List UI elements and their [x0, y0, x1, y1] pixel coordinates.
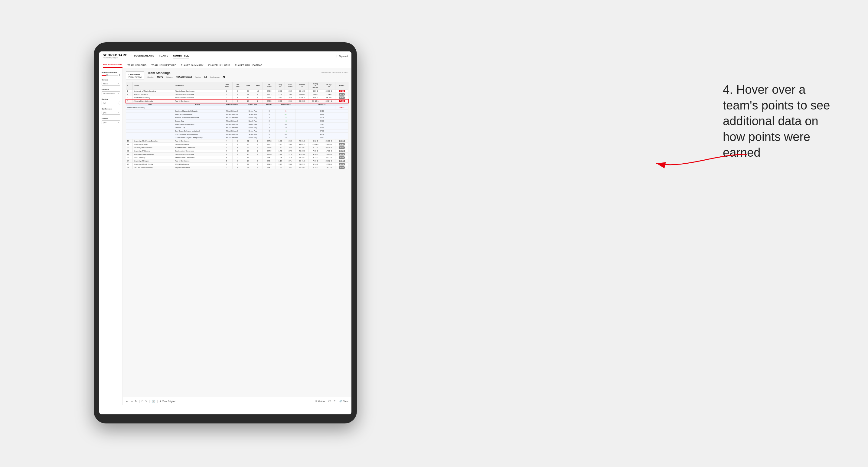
- gender-filter-value: Men's: [157, 76, 163, 78]
- standings-header: Team Standings Gender: Men's Division: N…: [147, 71, 225, 78]
- points-value-highlighted: 79.50: [339, 100, 345, 102]
- edit-button[interactable]: ✎: [145, 400, 148, 403]
- sidebar-division: Division NCAA Division I ▾: [102, 89, 120, 95]
- logo-area: SCOREBOARD Powered by clipp'd: [103, 54, 128, 59]
- range-bar[interactable]: [102, 75, 118, 75]
- nav-tournaments[interactable]: TOURNAMENTS: [134, 54, 154, 58]
- nav-links: TOURNAMENTS TEAMS COMMITTEE: [134, 54, 336, 58]
- col-points: Points: [335, 82, 348, 90]
- tab-player-h2h-heatmap[interactable]: PLAYER H2H HEATMAP: [235, 64, 262, 68]
- bottom-toolbar: ← → ↻ | □ ✎ | 🕐 | 👁 View: Original 👁 Wat…: [123, 397, 351, 405]
- copy-button[interactable]: □: [142, 400, 143, 403]
- points-value: 88.07: [339, 140, 345, 142]
- annotation-text: 4. Hover over a team's points to see add…: [723, 82, 838, 160]
- tab-team-summary[interactable]: TEAM SUMMARY: [103, 63, 123, 68]
- app-logo-sub: Powered by clipp'd: [103, 57, 128, 59]
- portal-subtitle: Portal Review: [128, 76, 142, 78]
- sidebar-gender: Gender Men's ▾: [102, 79, 120, 86]
- tooltip-row: Williams Cup NCAA Division I Stroke Play…: [126, 126, 348, 129]
- tooltip-row: 2023 Sahalee Players Championship NCAA D…: [126, 136, 348, 139]
- table-row: 21 University of Alabama Southeastern Co…: [126, 149, 348, 153]
- table-row: 24 University of Oregon Pac-12 Conferenc…: [126, 159, 348, 163]
- comment-button[interactable]: 💬: [329, 400, 331, 403]
- sidebar-region: Region N/A ▾: [102, 98, 120, 105]
- tooltip-row: Copper Cup NCAA Division I Match Play 2 …: [126, 120, 348, 123]
- forward-button[interactable]: →: [130, 400, 133, 403]
- filter-row: Gender: Men's Division: NCAA Division I …: [147, 76, 225, 78]
- col-school: School: [132, 82, 174, 90]
- refresh-button[interactable]: ↻: [135, 400, 137, 403]
- points-value: 88.49: [339, 146, 345, 149]
- col-rank: #: [126, 82, 133, 90]
- app-logo: SCOREBOARD: [103, 54, 128, 57]
- region-filter-value: All: [204, 76, 207, 78]
- points-value: 88.40: [339, 150, 345, 152]
- toolbar-left: ← → ↻ | □ ✎ | 🕐 | 👁 View: Original: [126, 400, 175, 403]
- back-button[interactable]: ←: [126, 400, 128, 403]
- col-low-score: LowScore: [285, 82, 296, 90]
- tooltip-row: OFCC Fighting Illini Invitational NCAA D…: [126, 133, 348, 136]
- tab-player-summary[interactable]: PLAYER SUMMARY: [181, 64, 204, 68]
- sidebar-school: School (All) ▾: [102, 118, 120, 124]
- col-vs-top-25: Vs Top25Record: [309, 82, 322, 90]
- tablet-screen: SCOREBOARD Powered by clipp'd TOURNAMENT…: [99, 52, 351, 414]
- tab-team-h2h-grid[interactable]: TEAM H2H GRID: [127, 64, 146, 68]
- tooltip-section-header: Team Event Event Division Event Type Rou…: [126, 103, 348, 106]
- nav-teams[interactable]: TEAMS: [159, 54, 168, 58]
- col-no-tour: NoTour: [232, 82, 243, 90]
- tab-player-h2h-grid[interactable]: PLAYER H2H GRID: [208, 64, 230, 68]
- chevron-down-icon: ▾: [118, 102, 119, 104]
- tooltip-row: Southern Highlands Collegiate NCAA Divis…: [126, 110, 348, 113]
- division-filter-label: Division:: [166, 76, 173, 78]
- sidebar-min-rounds: Minimum Rounds 5: [102, 71, 120, 76]
- tooltip-row: Amer Art Intercollegiate NCAA Division I…: [126, 113, 348, 116]
- region-select[interactable]: N/A ▾: [102, 101, 120, 105]
- toolbar-right: 👁 Watch ▾ 💬 ⛶ 🔗 Share: [315, 400, 348, 403]
- panel-header: Committee Portal Review Team Standings G…: [126, 71, 348, 80]
- portal-title-block: Committee Portal Review: [126, 71, 144, 80]
- col-vs-top-50: Vs Top50: [322, 82, 335, 90]
- points-value: 97.02: [339, 90, 345, 92]
- region-filter-label: Region:: [195, 76, 201, 78]
- col-wins: Wins: [253, 82, 262, 90]
- view-button[interactable]: 👁 View: Original: [159, 400, 175, 402]
- col-overall: Overall25: [296, 82, 309, 90]
- table-row: 25 University of North Florida ASUN Conf…: [126, 163, 348, 166]
- table-row: 2 Auburn University Southeastern Confere…: [126, 93, 348, 96]
- table-row-highlighted: 4 Arizona State University Pac-12 Confer…: [126, 99, 348, 103]
- watch-button[interactable]: 👁 Watch ▾: [315, 400, 326, 403]
- sidebar-conference: Conference (All) ▾: [102, 108, 120, 115]
- tooltip-row: Ben Hogan Collegiate Invitational NCAA D…: [126, 129, 348, 133]
- tooltip-row: Arizona State University 138.63: [126, 106, 348, 110]
- tab-team-h2h-heatmap[interactable]: TEAM H2H HEATMAP: [151, 64, 176, 68]
- table-row: 26 The Ohio State University Big Ten Con…: [126, 166, 348, 169]
- standings-table: # School Conference ConfRank NoTour Rnds…: [126, 82, 348, 169]
- table-row: 20 University of New Mexico Mountain Wes…: [126, 146, 348, 149]
- nav-committee[interactable]: COMMITTEE: [173, 54, 189, 58]
- points-value: 93.31: [339, 93, 345, 96]
- points-value: 88.81: [339, 153, 345, 155]
- points-value: 88.14: [339, 160, 345, 162]
- fullscreen-button[interactable]: ⛶: [334, 400, 336, 402]
- gender-filter-label: Gender:: [147, 76, 154, 78]
- school-select[interactable]: (All) ▾: [102, 120, 120, 124]
- gender-select[interactable]: Men's ▾: [102, 82, 120, 86]
- sub-nav: TEAM SUMMARY TEAM H2H GRID TEAM H2H HEAT…: [99, 61, 351, 68]
- separator2: |: [149, 400, 150, 403]
- chevron-down-icon: ▾: [118, 83, 119, 85]
- sign-out-button[interactable]: Sign out: [339, 55, 348, 58]
- division-select[interactable]: NCAA Division I ▾: [102, 91, 120, 95]
- col-rnds: Rnds: [243, 82, 253, 90]
- range-value: 5: [119, 74, 120, 76]
- portal-title: Committee: [128, 73, 142, 76]
- table-row: 19 University of Texas Big 12 Conference…: [126, 143, 348, 146]
- update-time: Update time: 13/03/2024 10:03:42: [321, 71, 348, 73]
- table-row: 1 University of North Carolina Atlantic …: [126, 90, 348, 93]
- content-panel: Committee Portal Review Team Standings G…: [123, 68, 351, 397]
- clock-icon: 🕐: [152, 400, 155, 403]
- conference-select[interactable]: (All) ▾: [102, 111, 120, 115]
- share-button[interactable]: 🔗 Share: [339, 400, 348, 403]
- col-adj-score: Adj.Score: [262, 82, 276, 90]
- tablet-shell: SCOREBOARD Powered by clipp'd TOURNAMENT…: [94, 42, 357, 424]
- table-row: 3 Vanderbilt University Southeastern Con…: [126, 96, 348, 99]
